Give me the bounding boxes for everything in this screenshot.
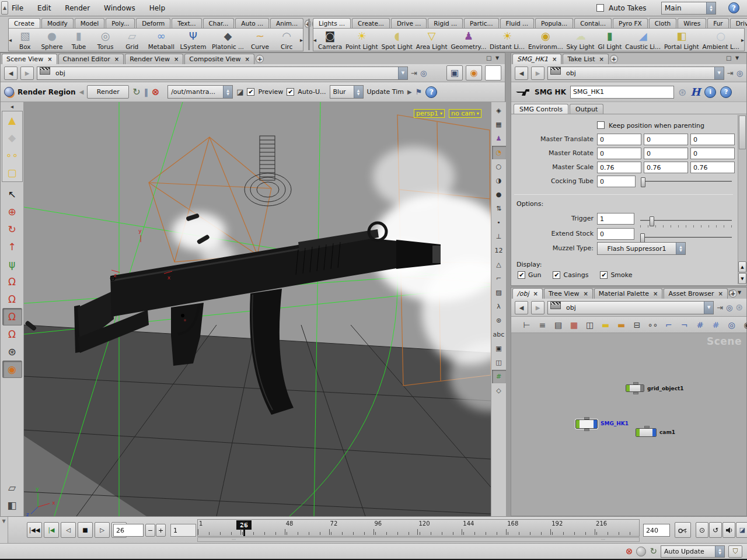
back-icon[interactable]: ◀ (4, 66, 18, 80)
tube-tool[interactable]: ▮ Tube (68, 29, 89, 50)
collapse-icon[interactable]: ◀ (79, 89, 84, 95)
menu-item[interactable]: Windows (104, 4, 135, 12)
shield-icon[interactable]: ◇ (492, 384, 506, 397)
link-radial-icon[interactable]: ◎ (736, 69, 743, 78)
scroll-dots-icon[interactable]: ⋯ (601, 537, 605, 542)
connect-dots-icon[interactable]: ∘∘ (645, 318, 660, 332)
pane-tab[interactable]: Take List× (563, 54, 609, 64)
sky-light-tool[interactable]: ☁ Sky Light (567, 29, 595, 50)
shelf-tab[interactable]: Wires (678, 18, 706, 28)
camera-select-label[interactable]: no cam▾ (449, 109, 481, 118)
shelf-tab[interactable]: Drive ... (730, 18, 747, 28)
expand-icon[interactable]: ▶ (407, 89, 412, 95)
timeline-scroll-track[interactable]: ⋯ ⋯ (197, 537, 640, 542)
shelf-tab[interactable]: Char... (203, 18, 235, 28)
scroll-right-icon[interactable]: ▸ (300, 37, 303, 43)
gi-light-tool[interactable]: ▮ GI Light (598, 29, 622, 50)
pane-tab[interactable]: Channel Editor× (58, 54, 124, 64)
pane-tab[interactable]: Tree View× (544, 288, 593, 299)
shelf-tab[interactable]: Contai... (574, 18, 612, 28)
zoom-icon[interactable]: ◎ (724, 318, 739, 332)
play-backward-button[interactable]: ◁ (61, 522, 76, 538)
render-button[interactable]: Render (87, 85, 129, 99)
window-cursor-icon[interactable]: ◪ (236, 88, 243, 96)
detail-view-icon[interactable]: ▤ (551, 318, 566, 332)
network-node-grid-object1[interactable]: grid_object1 (626, 384, 644, 392)
gear-icon[interactable]: ⊛ (492, 314, 506, 327)
playbar-options-button[interactable]: ◪ (736, 522, 747, 538)
pin-icon[interactable]: ⇥ (717, 303, 723, 312)
scroll-up-icon[interactable]: ◂ (11, 103, 13, 110)
primitive-snap-tool[interactable]: Ω (2, 308, 22, 326)
environment-light-tool[interactable]: ◉ Environm... (528, 29, 563, 50)
area-light-tool[interactable]: ▽ Area Light (416, 29, 448, 50)
portal-light-tool[interactable]: ◧ Portal Light (664, 29, 699, 50)
shelf-tab[interactable]: Deform (136, 18, 170, 28)
menu-item[interactable]: Help (149, 4, 165, 12)
muzzel-type-select[interactable]: Flash Suppressor1 ▲▼ (597, 242, 686, 255)
scale-x-field[interactable]: 0.76 (597, 162, 641, 173)
shelf-tab[interactable]: Auto ... (235, 18, 269, 28)
close-icon[interactable]: × (533, 290, 537, 297)
scale-y-field[interactable]: 0.76 (644, 162, 688, 173)
shade-sphere-icon[interactable]: ● (492, 188, 506, 201)
maximize-pane-icon[interactable]: □ (726, 55, 731, 61)
gear-icon[interactable]: ⊛ (678, 86, 686, 98)
rotate-z-field[interactable]: 0 (690, 148, 735, 159)
step-back-button[interactable]: |◀ (44, 522, 59, 538)
frame-increment-button[interactable]: + (156, 524, 166, 537)
orange-sphere-button[interactable]: ◉ (466, 65, 482, 80)
stop-render-icon[interactable]: ⊗ (152, 86, 159, 97)
menu-item[interactable]: Edit (37, 4, 51, 12)
shelf-tab[interactable]: Pyro FX (613, 18, 648, 28)
close-icon[interactable]: × (653, 290, 658, 297)
character-icon[interactable]: ♟ (492, 132, 506, 145)
network-node-smg-hk1[interactable]: SMG_HK1 (575, 419, 598, 429)
loop-mode-button[interactable]: ↺ (709, 522, 722, 538)
frame-decrement-button[interactable]: − (145, 524, 155, 537)
network-canvas[interactable]: Scene grid_object1 SMG_HK1 cam1 (511, 333, 746, 516)
render-region-icon[interactable] (4, 87, 14, 97)
pane-expand-arrow[interactable]: ▲ (1, 1, 8, 15)
add-pane-tab-icon[interactable]: + (256, 55, 264, 63)
camera-tool[interactable]: ◙ Camera (318, 29, 342, 50)
organize-icon[interactable]: ◫ (582, 318, 597, 332)
shelf-tab[interactable]: Create (8, 18, 40, 28)
cocking-tube-field[interactable]: 0 (597, 176, 636, 187)
close-icon[interactable]: × (718, 290, 723, 297)
pane-menu-icon[interactable]: ▼ (735, 55, 739, 61)
pane-tab[interactable]: /obj× (512, 288, 543, 299)
recook-icon[interactable]: ↻ (650, 546, 657, 556)
play-forward-button[interactable]: ▷ (95, 522, 110, 538)
multi-snap-tool[interactable]: Ω (2, 290, 22, 308)
frame-step-field[interactable]: 1 (170, 524, 196, 537)
wireframe-toggle-icon[interactable]: ⇅ (492, 202, 506, 215)
pane-tab[interactable]: Asset Browser× (664, 288, 728, 299)
pane-tab[interactable]: SMG_HK1× (512, 54, 561, 64)
handles-tool[interactable]: ⊕ (2, 203, 22, 220)
parameters-scrollbar[interactable]: ▲ ▼ (738, 115, 746, 284)
white-panel-button[interactable] (485, 65, 501, 80)
shelf-tab[interactable]: Text... (172, 18, 201, 28)
node-name-field[interactable]: SMG_HK1 (570, 86, 674, 99)
scroll-right-icon[interactable]: ▸ (741, 37, 744, 43)
hook-icon[interactable]: ⌐ (492, 272, 506, 285)
back-icon[interactable]: ◀ (515, 66, 528, 80)
snap-grid-icon[interactable]: # (693, 318, 707, 332)
render-region-tool[interactable]: ◉ (2, 360, 22, 378)
update-mode-select[interactable]: Auto Update ▲▼ (661, 545, 725, 558)
lod-icon[interactable]: 12 (492, 244, 506, 257)
trigger-slider[interactable] (640, 220, 732, 222)
pause-icon[interactable]: ‖ (144, 88, 148, 97)
info-icon[interactable]: i (704, 86, 716, 98)
pane-menu-icon[interactable]: ▼ (495, 55, 499, 61)
path-dropdown[interactable]: obj ▼ (547, 301, 714, 314)
maximize-pane-icon[interactable]: □ (486, 55, 491, 61)
camera-persp-label[interactable]: persp1▾ (414, 109, 445, 118)
display-checkbox[interactable]: ✔ (553, 271, 560, 279)
tree-icon[interactable]: ⊢ (519, 318, 534, 332)
abc-text-icon[interactable]: abc (492, 328, 506, 341)
set-key-button[interactable]: + (675, 522, 691, 538)
realtime-toggle-button[interactable]: ⊙ (696, 522, 708, 538)
smg-node-icon[interactable] (515, 88, 530, 97)
